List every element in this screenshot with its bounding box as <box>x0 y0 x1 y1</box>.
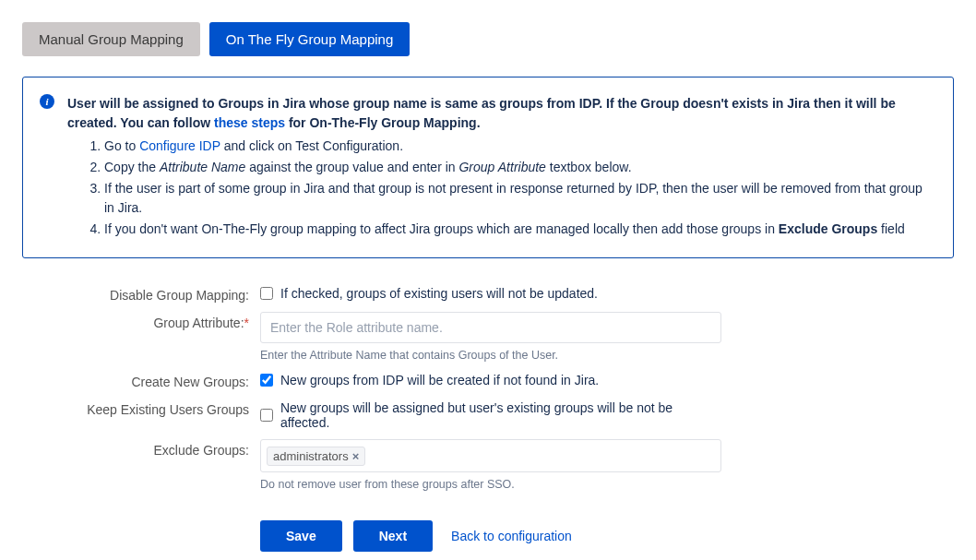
label-group-attribute-text: Group Attribute: <box>153 316 244 330</box>
info-step-1: Go to Configure IDP and click on Test Co… <box>104 137 934 156</box>
button-row: Save Next Back to configuration <box>260 520 954 552</box>
info-step-2: Copy the Attribute Name against the grou… <box>104 158 934 177</box>
row-keep-existing-users-groups[interactable]: New groups will be assigned but user's e… <box>260 399 721 430</box>
tag-remove-icon[interactable]: × <box>352 449 360 463</box>
row-create-new-groups[interactable]: New groups from IDP will be created if n… <box>260 371 721 387</box>
info-step-2b: against the group value and enter in <box>245 160 458 174</box>
settings-form: Disable Group Mapping: If checked, group… <box>22 284 954 552</box>
desc-keep-existing-users-groups: New groups will be assigned but user's e… <box>280 400 721 430</box>
link-configure-idp[interactable]: Configure IDP <box>139 138 220 153</box>
info-step-4a: If you don't want On-The-Fly group mappi… <box>104 221 779 236</box>
desc-disable-group-mapping: If checked, groups of existing users wil… <box>280 286 598 301</box>
info-step-2-em1: Attribute Name <box>160 160 245 174</box>
info-step-2c: textbox below. <box>546 160 632 174</box>
info-step-4-bold: Exclude Groups <box>779 221 877 236</box>
label-group-attribute: Group Attribute:* <box>22 312 260 330</box>
help-group-attribute: Enter the Attribute Name that contains G… <box>260 349 721 362</box>
label-exclude-groups: Exclude Groups: <box>22 439 260 458</box>
tag-administrators: administrators × <box>267 447 365 466</box>
link-back-to-configuration[interactable]: Back to configuration <box>451 529 572 543</box>
input-exclude-groups[interactable]: administrators × <box>260 439 721 472</box>
info-step-3: If the user is part of some group in Jir… <box>104 179 934 218</box>
info-heading: User will be assigned to Groups in Jira … <box>67 94 934 133</box>
next-button[interactable]: Next <box>353 520 433 552</box>
help-exclude-groups: Do not remove user from these groups aft… <box>260 478 721 491</box>
info-step-2-em2: Group Attribute <box>458 160 545 174</box>
checkbox-create-new-groups[interactable] <box>260 374 273 387</box>
tab-manual-group-mapping[interactable]: Manual Group Mapping <box>22 22 200 56</box>
checkbox-disable-group-mapping[interactable] <box>260 287 273 300</box>
info-step-1a: Go to <box>104 138 139 153</box>
save-button[interactable]: Save <box>260 520 342 552</box>
label-keep-existing-users-groups: Keep Existing Users Groups <box>22 399 260 417</box>
link-these-steps[interactable]: these steps <box>214 115 285 130</box>
info-heading-text-1: User will be assigned to Groups in Jira … <box>67 96 896 130</box>
checkbox-keep-existing-users-groups[interactable] <box>260 409 273 422</box>
info-steps-list: Go to Configure IDP and click on Test Co… <box>67 137 934 239</box>
input-group-attribute[interactable] <box>260 312 721 343</box>
desc-create-new-groups: New groups from IDP will be created if n… <box>280 373 599 387</box>
info-icon: i <box>40 94 54 109</box>
info-heading-text-2: for On-The-Fly Group Mapping. <box>285 115 481 130</box>
tab-on-the-fly-group-mapping[interactable]: On The Fly Group Mapping <box>209 22 410 56</box>
row-disable-group-mapping[interactable]: If checked, groups of existing users wil… <box>260 284 721 301</box>
tab-bar: Manual Group Mapping On The Fly Group Ma… <box>22 22 954 56</box>
info-panel: i User will be assigned to Groups in Jir… <box>22 77 954 258</box>
label-disable-group-mapping: Disable Group Mapping: <box>22 284 260 303</box>
info-step-4b: field <box>877 221 905 236</box>
info-step-2a: Copy the <box>104 160 160 174</box>
info-step-1b: and click on Test Configuration. <box>220 138 403 153</box>
label-create-new-groups: Create New Groups: <box>22 371 260 389</box>
required-asterisk: * <box>244 316 249 330</box>
info-step-4: If you don't want On-The-Fly group mappi… <box>104 220 934 239</box>
tag-administrators-label: administrators <box>273 449 349 463</box>
